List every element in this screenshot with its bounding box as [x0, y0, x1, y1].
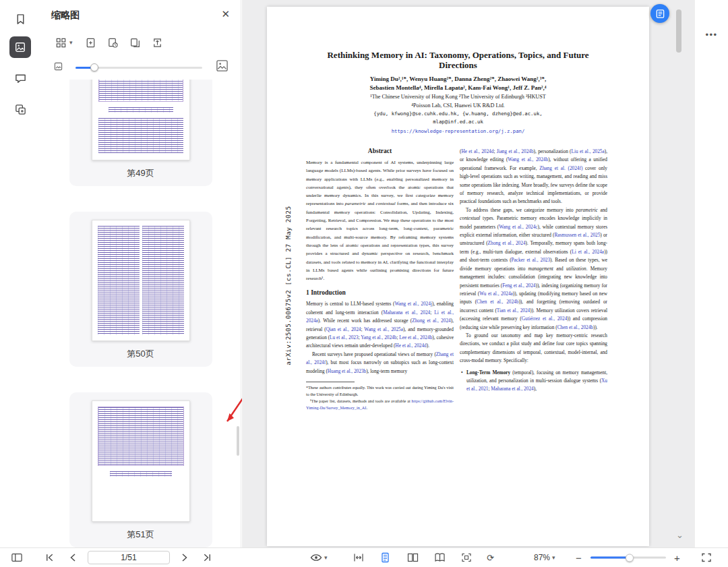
chevron-right-icon	[181, 553, 189, 562]
bullet-icon: •	[460, 369, 466, 394]
footnote-rule	[306, 382, 355, 382]
footnote-2: ¹The paper list, datasets, methods and t…	[306, 398, 454, 411]
rotate-page-button[interactable]: ⟳	[487, 553, 494, 563]
insert-page-button[interactable]	[85, 37, 96, 49]
two-page-view-button[interactable]	[407, 553, 419, 563]
paper-columns: Abstract Memory is a fundamental compone…	[267, 144, 649, 411]
fit-page-button[interactable]	[461, 553, 472, 563]
more-options-button[interactable]: •••	[705, 30, 717, 40]
sidebar-layout-icon	[11, 552, 23, 563]
paper-authors-line1: Yiming Du²,¹*, Wenyu Huang²*, Danna Zhen…	[267, 75, 649, 84]
translate-icon	[655, 9, 665, 19]
close-sidebar-button[interactable]: ✕	[221, 8, 230, 20]
section-1-heading: 1 Introduction	[306, 289, 454, 296]
thumbnails-panel-button[interactable]	[9, 36, 31, 58]
chevron-left-icon	[69, 553, 77, 562]
paper-authors-line2: Sebastien Montella⁴, Mirella Lapata², Ka…	[267, 84, 649, 92]
zoom-level-display[interactable]: 87% ▾	[534, 553, 555, 562]
sidebar-header: 缩略图 ✕	[40, 0, 241, 30]
last-page-button[interactable]	[202, 553, 212, 562]
paper-affiliation-line2: ⁴Poisson Lab, CSI, Huawei UK R&D Ltd.	[267, 101, 649, 110]
grid-caret-icon[interactable]: ▾	[69, 39, 73, 46]
column2-paragraph-2: To address these gaps, we categorize mem…	[460, 206, 607, 332]
paper-affiliation-line1: ¹The Chinese University of Hong Kong ²Th…	[267, 92, 649, 101]
comments-button[interactable]	[9, 67, 31, 89]
insert-page-icon	[85, 37, 96, 49]
zoom-in-button[interactable]: +	[674, 552, 680, 564]
page-number-input[interactable]	[88, 551, 170, 564]
thumbnail-card-page-50[interactable]: 第50页	[69, 212, 212, 367]
thumbnail-list: 第49页 第50页 第51页	[40, 80, 241, 547]
copy-page-button[interactable]	[129, 37, 141, 49]
eye-icon	[310, 553, 322, 562]
snapshot-button[interactable]	[9, 98, 31, 120]
book-view-button[interactable]	[434, 553, 446, 563]
zoom-out-button[interactable]: −	[576, 552, 582, 564]
thumbnail-size-slider[interactable]	[75, 67, 202, 69]
replace-page-button[interactable]	[107, 37, 119, 49]
translate-assistant-button[interactable]	[650, 4, 669, 23]
column2-paragraph-3: To ground our taxonomy and map key memor…	[460, 332, 607, 365]
first-page-icon	[44, 553, 55, 562]
extract-page-button[interactable]	[152, 37, 163, 49]
previous-page-button[interactable]	[69, 553, 77, 562]
left-toolbar	[0, 0, 40, 547]
thumbnail-content	[98, 226, 140, 335]
large-thumbnail-icon[interactable]	[216, 59, 229, 72]
fullscreen-button[interactable]	[701, 553, 712, 563]
continuous-scroll-button[interactable]	[380, 552, 390, 563]
first-page-button[interactable]	[44, 553, 55, 562]
vertical-scrollbar[interactable]	[676, 9, 681, 53]
abstract-text: Memory is a fundamental component of AI …	[306, 158, 454, 282]
thumbnail-size-slider-knob[interactable]	[90, 63, 98, 71]
thumbnail-size-row	[40, 57, 241, 78]
zoom-out-icon: −	[576, 552, 582, 564]
page-50-thumbnail[interactable]	[92, 220, 190, 341]
fit-width-button[interactable]	[353, 553, 364, 563]
bullet-text: Long-Term Memory (temporal), focusing on…	[466, 369, 607, 394]
zoom-slider-knob[interactable]	[626, 554, 634, 562]
bottom-toolbar: ▾ ⟳ 87% ▾ − +	[0, 547, 728, 567]
bookmark-button[interactable]	[9, 8, 31, 30]
page-51-thumbnail[interactable]	[92, 400, 190, 522]
small-thumbnail-icon[interactable]	[54, 62, 63, 71]
thumbnail-card-page-51[interactable]: 第51页	[69, 392, 212, 547]
abstract-heading: Abstract	[306, 148, 454, 154]
thumbnail-content	[98, 80, 183, 102]
paper-emails-line1: {ydu, kfwong}@se.cuhk.edu.hk, {w.huang, …	[267, 110, 649, 118]
pdf-reader-window: 缩略图 ✕ ▾	[0, 0, 728, 567]
thumbnail-label: 第51页	[69, 529, 212, 541]
view-mode-button[interactable]: ▾	[310, 553, 328, 562]
thumbnail-content	[110, 471, 172, 477]
thumbnail-content	[98, 118, 183, 153]
paper-website-link[interactable]: https://knowledge-representation.org/j.z…	[267, 128, 649, 134]
rotate-icon: ⟳	[487, 553, 494, 563]
book-view-icon	[434, 553, 446, 563]
bullet-long-term-memory: • Long-Term Memory (temporal), focusing …	[460, 369, 607, 394]
intro-paragraph-2: Recent surveys have proposed operational…	[306, 351, 454, 376]
snapshot-icon	[14, 103, 27, 116]
grid-icon	[55, 37, 67, 49]
scroll-down-button[interactable]: ⌄	[676, 530, 684, 540]
right-panel-strip: •••	[694, 0, 728, 547]
grid-view-button[interactable]	[55, 37, 67, 49]
column2-paragraph-1: (He et al., 2024d; Jiang et al., 2024b),…	[460, 148, 607, 206]
zoom-slider-fill	[590, 557, 630, 559]
two-page-icon	[407, 553, 419, 563]
footnote-1: *These authors contributes equally. This…	[306, 384, 454, 398]
paper-title: Rethinking Memory in AI: Taxonomy, Opera…	[314, 50, 602, 70]
page-49-thumbnail[interactable]	[92, 80, 190, 160]
thumbnail-card-page-49[interactable]: 第49页	[69, 80, 212, 186]
sidebar-scrollbar[interactable]	[237, 426, 239, 456]
zoom-slider[interactable]	[590, 557, 666, 559]
pdf-page: arXiv:2505.00675v2 [cs.CL] 27 May 2025 R…	[267, 7, 649, 546]
thumbnails-icon	[14, 41, 26, 53]
toggle-sidebar-button[interactable]	[11, 552, 23, 563]
thumbnail-label: 第50页	[69, 348, 212, 360]
replace-page-icon	[107, 37, 119, 49]
more-options-icon: •••	[705, 30, 717, 40]
thumbnail-content	[142, 226, 184, 335]
paper-emails-line2: mlap@inf.ed.ac.uk	[267, 118, 649, 126]
next-page-button[interactable]	[181, 553, 189, 562]
sidebar-toolbar: ▾	[40, 31, 241, 54]
